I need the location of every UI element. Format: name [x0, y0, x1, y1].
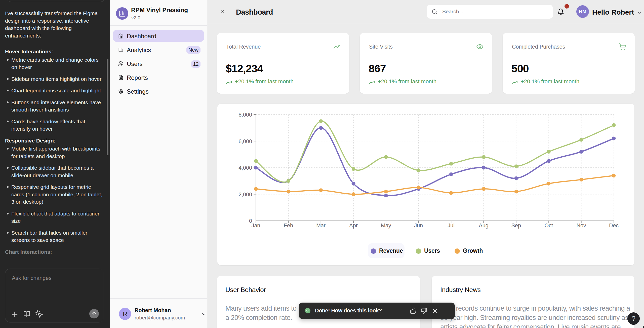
svg-text:2,000: 2,000	[238, 192, 252, 198]
svg-text:Nov: Nov	[576, 223, 586, 229]
svg-text:Jun: Jun	[414, 223, 423, 229]
svg-text:Sep: Sep	[511, 223, 521, 229]
svg-text:Dec: Dec	[609, 223, 619, 229]
svg-text:Oct: Oct	[544, 223, 553, 229]
svg-text:May: May	[381, 223, 391, 229]
svg-text:Feb: Feb	[284, 223, 293, 229]
svg-text:Jan: Jan	[252, 223, 260, 229]
svg-text:Mar: Mar	[316, 223, 326, 229]
svg-text:Apr: Apr	[349, 223, 357, 229]
svg-text:Jul: Jul	[448, 223, 454, 229]
svg-text:8,000: 8,000	[238, 112, 252, 118]
svg-text:6,000: 6,000	[238, 138, 252, 144]
svg-text:4,000: 4,000	[238, 165, 252, 171]
svg-text:Aug: Aug	[479, 223, 488, 229]
